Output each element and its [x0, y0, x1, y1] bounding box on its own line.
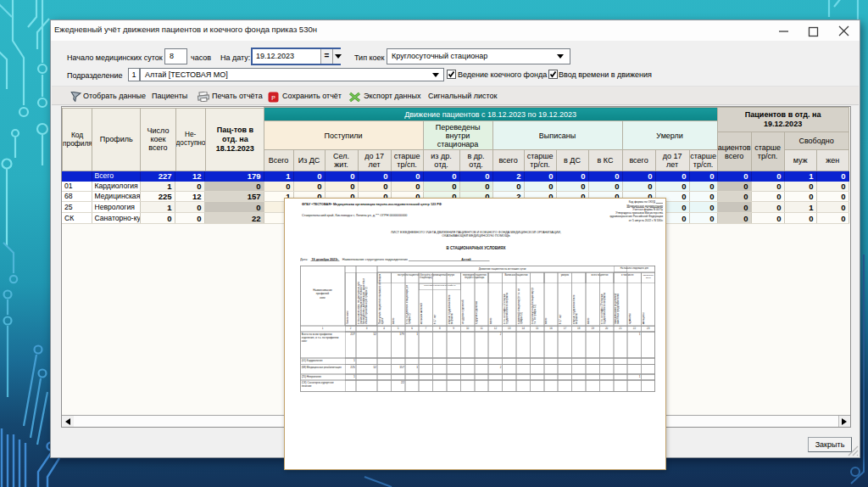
svg-text:P: P [271, 95, 275, 101]
